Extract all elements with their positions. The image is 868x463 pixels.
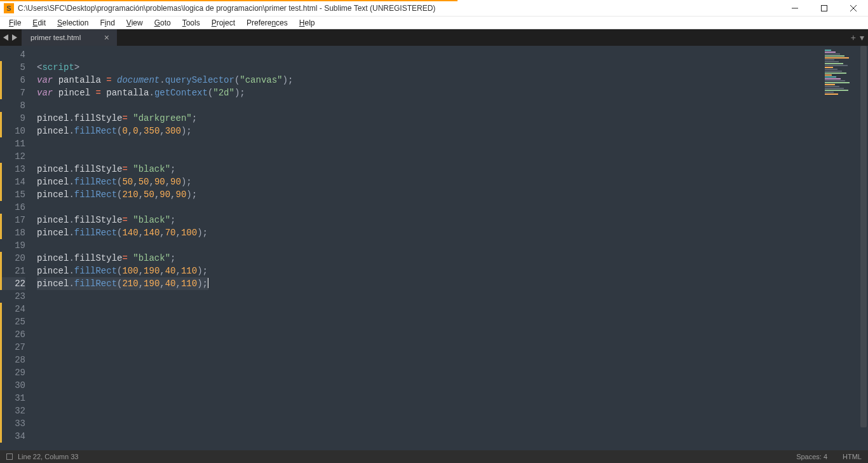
code-line[interactable] [37, 366, 821, 379]
line-number[interactable]: 21 [0, 265, 25, 277]
nav-forward-icon[interactable] [10, 32, 19, 43]
minimap-line [825, 84, 835, 85]
line-number[interactable]: 17 [0, 214, 25, 226]
cursor-position[interactable]: Line 22, Column 33 [18, 453, 78, 460]
minimize-button[interactable] [780, 0, 810, 17]
tab-close-icon[interactable]: × [93, 33, 109, 42]
code-line[interactable]: pincel.fillStyle= "black"; [37, 252, 821, 265]
line-number[interactable]: 8 [0, 99, 25, 112]
menu-item[interactable]: Find [95, 18, 119, 28]
tab-active[interactable]: primer test.html × [22, 29, 117, 46]
line-number[interactable]: 18 [0, 226, 25, 239]
code-line[interactable] [37, 392, 821, 404]
code-line[interactable] [37, 239, 821, 252]
menu-item[interactable]: Goto [149, 18, 176, 28]
code-line[interactable] [37, 430, 821, 443]
tab-nav-arrows [0, 29, 22, 46]
code-line[interactable] [37, 341, 821, 354]
line-number[interactable]: 12 [0, 150, 25, 163]
code-line[interactable]: pincel.fillStyle= "black"; [37, 214, 821, 226]
minimap-line [825, 76, 836, 78]
line-number[interactable]: 9 [0, 112, 25, 125]
menu-item[interactable]: Project [207, 18, 240, 28]
menu-item[interactable]: Selection [52, 18, 93, 28]
indentation-status[interactable]: Spaces: 4 [796, 453, 827, 460]
status-panel-icon[interactable] [6, 453, 13, 460]
code-line[interactable]: <script> [37, 61, 821, 74]
code-line[interactable]: var pantalla = document.querySelector("c… [37, 74, 821, 86]
menu-item[interactable]: Help [294, 18, 320, 28]
line-number[interactable]: 22 [0, 277, 25, 290]
code-line[interactable] [37, 150, 821, 163]
tab-dropdown-icon[interactable]: ▾ [860, 32, 864, 43]
minimap[interactable] [821, 46, 859, 450]
line-number[interactable]: 6 [0, 74, 25, 86]
line-number[interactable]: 16 [0, 201, 25, 214]
line-number[interactable]: 32 [0, 404, 25, 417]
minimap-line [825, 86, 839, 87]
line-number[interactable]: 19 [0, 239, 25, 252]
code-line[interactable] [37, 303, 821, 315]
scrollbar-thumb[interactable] [860, 46, 867, 427]
code-line[interactable]: pincel.fillRect(0,0,350,300); [37, 125, 821, 137]
code-line[interactable]: pincel.fillStyle= "darkgreen"; [37, 112, 821, 125]
line-number[interactable]: 11 [0, 137, 25, 150]
code-line[interactable]: pincel.fillRect(50,50,90,90); [37, 176, 821, 188]
svg-marker-4 [3, 34, 8, 41]
menu-item[interactable]: Edit [27, 18, 51, 28]
minimap-line [825, 93, 838, 95]
minimap-line [825, 78, 841, 79]
line-number[interactable]: 24 [0, 303, 25, 315]
vertical-scrollbar[interactable] [859, 46, 868, 450]
code-editor[interactable]: <script>var pantalla = document.querySel… [29, 46, 821, 450]
line-gutter[interactable]: 4567891011121314151617181920212223242526… [0, 46, 29, 450]
line-number[interactable]: 31 [0, 392, 25, 404]
close-button[interactable] [839, 0, 868, 17]
code-line[interactable] [37, 379, 821, 392]
line-number[interactable]: 20 [0, 252, 25, 265]
menu-item[interactable]: View [121, 18, 148, 28]
code-line[interactable] [37, 315, 821, 328]
syntax-status[interactable]: HTML [843, 453, 862, 460]
new-tab-button[interactable]: + [851, 32, 856, 43]
menu-item[interactable]: Tools [177, 18, 205, 28]
code-line[interactable] [37, 137, 821, 150]
code-line[interactable]: pincel.fillRect(210,50,90,90); [37, 188, 821, 201]
line-number[interactable]: 23 [0, 290, 25, 303]
line-number[interactable]: 15 [0, 188, 25, 201]
code-line[interactable] [37, 328, 821, 341]
line-number[interactable]: 5 [0, 61, 25, 74]
line-number[interactable]: 25 [0, 315, 25, 328]
code-line[interactable] [37, 48, 821, 61]
line-number[interactable]: 33 [0, 417, 25, 430]
code-line[interactable] [37, 417, 821, 430]
code-line[interactable] [37, 99, 821, 112]
code-line[interactable]: var pincel = pantalla.getContext("2d"); [37, 86, 821, 99]
code-line[interactable] [37, 201, 821, 214]
code-line[interactable] [37, 404, 821, 417]
maximize-button[interactable] [810, 0, 839, 17]
line-number[interactable]: 10 [0, 125, 25, 137]
line-number[interactable]: 14 [0, 176, 25, 188]
line-number[interactable]: 13 [0, 163, 25, 176]
line-number[interactable]: 28 [0, 354, 25, 366]
line-number[interactable]: 26 [0, 328, 25, 341]
code-line[interactable]: pincel.fillRect(100,190,40,110); [37, 265, 821, 277]
line-number[interactable]: 7 [0, 86, 25, 99]
menu-item[interactable]: Preferences [241, 18, 293, 28]
line-number[interactable]: 4 [0, 48, 25, 61]
code-line[interactable]: pincel.fillRect(210,190,40,110); [37, 277, 821, 290]
minimap-line [825, 92, 834, 93]
line-number[interactable]: 34 [0, 430, 25, 443]
code-line[interactable]: pincel.fillStyle= "black"; [37, 163, 821, 176]
code-line[interactable] [37, 354, 821, 366]
line-number[interactable]: 27 [0, 341, 25, 354]
line-number[interactable]: 30 [0, 379, 25, 392]
code-line[interactable]: pincel.fillRect(140,140,70,100); [37, 226, 821, 239]
minimap-line [825, 55, 844, 57]
nav-back-icon[interactable] [1, 32, 10, 43]
minimap-line [825, 90, 848, 91]
menu-item[interactable]: File [4, 18, 26, 28]
code-line[interactable] [37, 290, 821, 303]
line-number[interactable]: 29 [0, 366, 25, 379]
